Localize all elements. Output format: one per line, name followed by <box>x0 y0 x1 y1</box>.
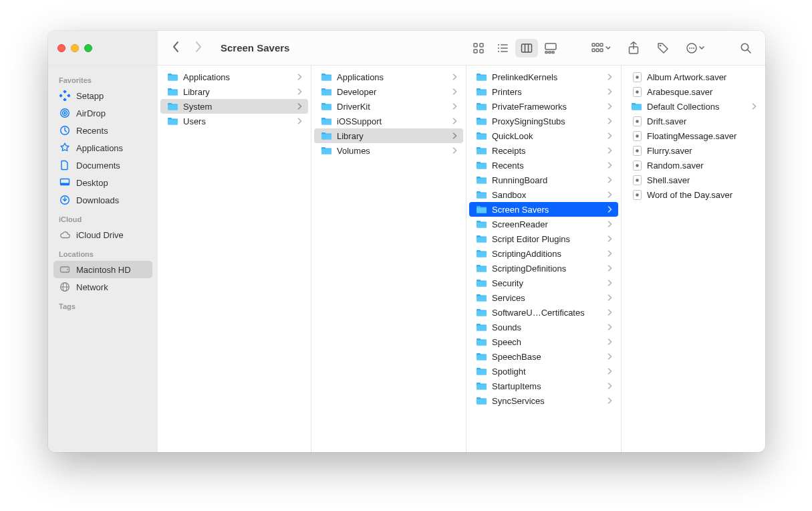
forward-button[interactable] <box>194 41 203 56</box>
list-item[interactable]: Sandbox <box>469 187 618 202</box>
list-item-label: SpeechBase <box>492 352 603 362</box>
list-item[interactable]: Word of the Day.saver <box>624 187 763 202</box>
list-item-label: RunningBoard <box>492 175 603 185</box>
search-button[interactable] <box>734 39 757 58</box>
folder-icon <box>321 101 333 112</box>
chevron-right-icon <box>297 116 303 126</box>
folder-icon <box>321 145 333 156</box>
list-item[interactable]: Printers <box>469 84 618 99</box>
folder-icon <box>476 248 488 259</box>
list-item[interactable]: SyncServices <box>469 393 618 408</box>
back-button[interactable] <box>171 41 180 56</box>
list-item-label: Developer <box>337 87 448 97</box>
list-item[interactable]: DriverKit <box>314 99 463 114</box>
list-item[interactable]: Applications <box>314 70 463 84</box>
list-item[interactable]: Random.saver <box>624 158 763 173</box>
list-item[interactable]: SpeechBase <box>469 349 618 364</box>
list-item-label: StartupItems <box>492 381 603 391</box>
more-actions-button[interactable] <box>681 39 710 58</box>
share-button[interactable] <box>622 39 645 58</box>
list-item[interactable]: Library <box>160 84 308 99</box>
list-item[interactable]: Receipts <box>469 143 618 158</box>
sidebar-item-macintosh-hd[interactable]: Macintosh HD <box>53 261 152 278</box>
column-0[interactable]: ApplicationsLibrarySystemUsers <box>158 66 311 452</box>
list-item[interactable]: ScreenReader <box>469 217 618 231</box>
close-window-button[interactable] <box>57 44 65 52</box>
chevron-right-icon <box>452 102 458 112</box>
list-item[interactable]: Drift.saver <box>624 114 763 128</box>
list-item[interactable]: Shell.saver <box>624 173 763 187</box>
sidebar-item-network[interactable]: Network <box>53 278 152 296</box>
list-item[interactable]: FloatingMessage.saver <box>624 128 763 143</box>
saver-file-icon <box>631 145 643 156</box>
list-item[interactable]: Applications <box>160 70 308 84</box>
list-item[interactable]: Default Collections <box>624 99 763 114</box>
list-item[interactable]: ScriptingAdditions <box>469 246 618 261</box>
list-item[interactable]: Arabesque.saver <box>624 84 763 99</box>
list-item[interactable]: Sounds <box>469 320 618 334</box>
clock-icon <box>59 124 71 136</box>
folder-icon <box>631 101 643 112</box>
sidebar-item-applications[interactable]: Applications <box>53 139 152 157</box>
content-area: FavoritesSetappAirDropRecentsApplication… <box>48 66 765 452</box>
folder-icon <box>476 381 488 391</box>
list-item[interactable]: Flurry.saver <box>624 143 763 158</box>
list-item[interactable]: Screen Savers <box>469 202 618 217</box>
list-item[interactable]: SoftwareU…Certificates <box>469 305 618 320</box>
sidebar-item-setapp[interactable]: Setapp <box>53 87 152 104</box>
list-item[interactable]: Speech <box>469 334 618 349</box>
list-item[interactable]: Volumes <box>314 143 463 158</box>
list-item[interactable]: QuickLook <box>469 128 618 143</box>
list-item[interactable]: Recents <box>469 158 618 173</box>
saver-file-icon <box>631 175 643 185</box>
list-item[interactable]: Services <box>469 290 618 305</box>
svg-point-37 <box>64 112 65 114</box>
list-item[interactable]: StartupItems <box>469 379 618 393</box>
folder-icon <box>476 101 488 112</box>
chevron-right-icon <box>452 131 458 141</box>
list-item[interactable]: RunningBoard <box>469 173 618 187</box>
chevron-right-icon <box>607 102 613 112</box>
list-view-button[interactable] <box>491 39 514 58</box>
sidebar-item-label: Documents <box>76 161 120 171</box>
chevron-right-icon <box>607 322 613 332</box>
group-by-button[interactable] <box>586 39 616 58</box>
list-item-label: Receipts <box>492 146 603 156</box>
chevron-right-icon <box>607 219 613 229</box>
list-item[interactable]: Developer <box>314 84 463 99</box>
list-item[interactable]: ProxySigningStubs <box>469 114 618 128</box>
column-3[interactable]: Album Artwork.saverArabesque.saverDefaul… <box>622 66 765 452</box>
list-item[interactable]: ScriptingDefinitions <box>469 261 618 276</box>
sidebar-item-icloud-drive[interactable]: iCloud Drive <box>53 226 152 243</box>
minimize-window-button[interactable] <box>71 44 79 52</box>
list-item[interactable]: Script Editor Plugins <box>469 231 618 246</box>
list-item[interactable]: Security <box>469 276 618 290</box>
folder-icon <box>476 322 488 332</box>
list-item[interactable]: Album Artwork.saver <box>624 70 763 84</box>
list-item-label: DriverKit <box>337 102 448 112</box>
column-1[interactable]: ApplicationsDeveloperDriverKitiOSSupport… <box>311 66 466 452</box>
icon-view-button[interactable] <box>467 39 490 58</box>
chevron-right-icon <box>297 72 303 82</box>
list-item[interactable]: Users <box>160 114 308 128</box>
list-item-label: Word of the Day.saver <box>647 190 757 200</box>
list-item[interactable]: iOSSupport <box>314 114 463 128</box>
list-item[interactable]: System <box>160 99 308 114</box>
sidebar-item-downloads[interactable]: Downloads <box>53 191 152 209</box>
sidebar-item-label: Recents <box>76 126 108 136</box>
list-item-label: Drift.saver <box>647 116 757 126</box>
sidebar-item-recents[interactable]: Recents <box>53 122 152 139</box>
sidebar-item-airdrop[interactable]: AirDrop <box>53 104 152 122</box>
column-2[interactable]: PrelinkedKernelsPrintersPrivateFramework… <box>466 66 622 452</box>
list-item[interactable]: PrivateFrameworks <box>469 99 618 114</box>
sidebar-item-documents[interactable]: Documents <box>53 157 152 174</box>
chevron-right-icon <box>607 381 613 391</box>
list-item[interactable]: Spotlight <box>469 364 618 379</box>
gallery-view-button[interactable] <box>539 39 562 58</box>
list-item[interactable]: PrelinkedKernels <box>469 70 618 84</box>
list-item[interactable]: Library <box>314 128 463 143</box>
column-view-button[interactable] <box>515 39 538 58</box>
sidebar-item-desktop[interactable]: Desktop <box>53 174 152 191</box>
tags-button[interactable] <box>652 39 674 58</box>
zoom-window-button[interactable] <box>84 44 92 52</box>
